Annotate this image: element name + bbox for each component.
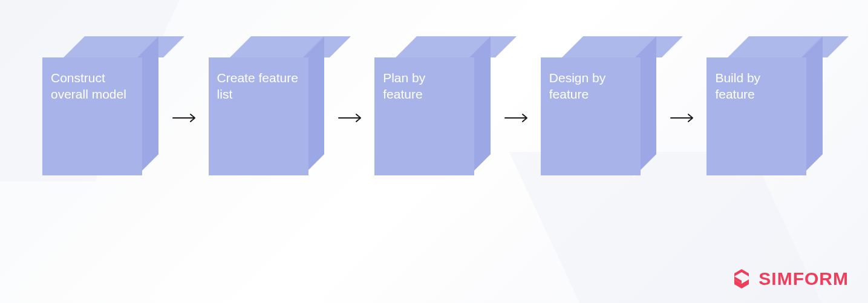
arrow-icon [338, 112, 364, 123]
arrow-icon [504, 112, 530, 123]
cube-front-face: Design by feature [541, 57, 641, 175]
step-label: Plan by feature [383, 70, 466, 103]
arrow-icon [172, 112, 198, 123]
simform-logo-icon [731, 268, 752, 290]
step-label: Create feature list [217, 70, 300, 103]
step-cube: Design by feature [541, 36, 660, 175]
cube-front-face: Create feature list [209, 57, 308, 175]
step-label: Design by feature [549, 70, 632, 103]
cube-top-face [230, 36, 351, 57]
cube-top-face [728, 36, 849, 57]
cube-top-face [396, 36, 517, 57]
step-label: Construct overall model [51, 70, 134, 103]
cube-front-face: Build by feature [706, 57, 806, 175]
cube-top-face [562, 36, 683, 57]
brand-logo: SIMFORM [731, 268, 849, 290]
step-label: Build by feature [715, 70, 798, 103]
cube-top-face [64, 36, 184, 57]
step-cube: Construct overall model [42, 36, 162, 175]
cube-front-face: Plan by feature [374, 57, 474, 175]
arrow-icon [670, 112, 696, 123]
process-diagram: Construct overall model Create feature l… [0, 0, 868, 212]
brand-name: SIMFORM [759, 269, 849, 289]
step-cube: Create feature list [209, 36, 328, 175]
cube-front-face: Construct overall model [42, 57, 142, 175]
step-cube: Build by feature [706, 36, 826, 175]
step-cube: Plan by feature [374, 36, 494, 175]
